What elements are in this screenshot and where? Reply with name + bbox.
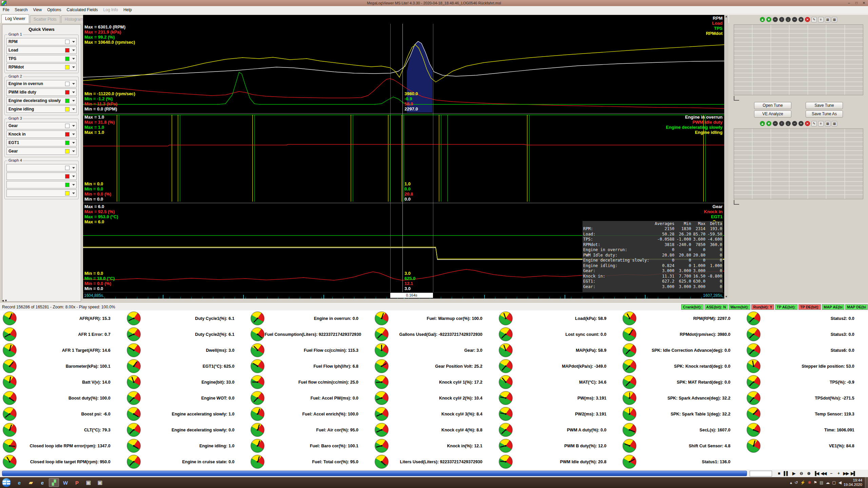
list-icon[interactable]: ≡ [818,17,824,22]
field-select-blank[interactable] [6,189,77,197]
color-swatch[interactable] [65,141,70,145]
color-swatch[interactable] [65,82,70,86]
chevron-down-icon[interactable] [71,47,76,54]
table-2-icon[interactable]: ▦ [832,121,837,126]
scroll-down-icon[interactable]: ▼ [725,295,728,298]
maximize-button[interactable]: □ [853,1,860,5]
taskbar-clock[interactable]: 19:44 19.04.2020 [844,478,862,487]
play-button[interactable]: ▶ [790,470,797,476]
decrement-green-icon[interactable]: ▼ [766,121,771,126]
chevron-down-icon[interactable] [71,131,76,138]
chevron-down-icon[interactable] [71,64,76,70]
menu-search[interactable]: Search [12,7,30,13]
graph-2[interactable]: Max = 1.0Max = 31.8 (%)Max = 1.0Max = 1.… [83,113,724,203]
chevron-down-icon[interactable] [71,38,76,45]
color-swatch[interactable] [65,90,70,95]
color-swatch[interactable] [65,191,70,196]
minus-icon[interactable]: − [773,17,778,22]
menu-calculated-fields[interactable]: Calculated Fields [64,7,101,13]
chevron-down-icon[interactable] [71,122,76,129]
scale-plus-icon[interactable]: + [798,17,804,22]
start-button[interactable] [2,478,11,487]
arrow-down-icon[interactable]: ↓ [786,17,791,22]
stop-button[interactable]: ■ [775,470,782,476]
skip-end-button[interactable]: ▶▌ [850,470,857,476]
chevron-down-icon[interactable] [71,89,76,96]
color-swatch[interactable] [65,40,70,44]
decrement-green-icon[interactable]: ▼ [766,17,771,22]
menu-view[interactable]: View [30,7,44,13]
color-swatch[interactable] [65,48,70,53]
rewind-button[interactable]: ◀◀ [820,470,827,476]
chevron-down-icon[interactable] [71,139,76,146]
arrow-up-icon[interactable]: ↑ [779,121,784,126]
chevron-down-icon[interactable] [71,80,76,87]
field-select-rpm[interactable]: RPM [6,38,77,45]
arrow-down-icon[interactable]: ↓ [786,121,791,126]
step-forward-button[interactable]: + [835,470,842,476]
graph-vertical-scrollbar[interactable]: ▲ ▼ [724,15,728,298]
taskbar-pdf-icon[interactable]: P [72,478,82,487]
save-tune-as-button[interactable]: Save Tune As [806,110,843,118]
taskbar-megalogviewer-icon[interactable]: ▞ [49,478,59,487]
color-swatch[interactable] [65,65,70,69]
tray-network-icon[interactable]: ▢ [832,480,836,485]
arrow-up-icon[interactable]: ↑ [779,17,784,22]
color-swatch[interactable] [65,99,70,103]
color-swatch[interactable] [65,183,70,187]
field-select-blank[interactable] [6,172,77,180]
tray-flag-icon[interactable]: ⚑ [813,480,817,485]
taskbar-word-icon[interactable]: W [60,478,71,487]
skip-start-button[interactable]: ▐◀ [813,470,820,476]
pencil-icon[interactable]: ✎ [811,17,817,22]
tray-volume-icon[interactable]: ◀ [839,480,842,485]
log-position-scrollbar[interactable] [2,471,747,476]
list-icon[interactable]: ≡ [818,121,824,126]
field-select-load[interactable]: Load [6,46,77,54]
show-desktop-button[interactable] [865,477,868,488]
color-swatch[interactable] [65,57,70,61]
close-red-icon[interactable]: ✕ [805,121,810,126]
menu-help[interactable]: Help [121,7,135,13]
chevron-down-icon[interactable] [71,190,76,197]
menu-file[interactable]: File [0,7,12,13]
color-swatch[interactable] [65,149,70,154]
tab-log-viewer[interactable]: Log Viewer [1,14,29,23]
field-select-engine-decelerating-slowly[interactable]: Engine decelerating slowly [6,97,77,104]
color-swatch[interactable] [65,124,70,128]
increment-green-icon[interactable]: ▲ [760,121,765,126]
tab-scatter-plots[interactable]: Scatter Plots [30,15,60,23]
table-icon[interactable]: ▦ [825,17,830,22]
minimize-button[interactable]: – [846,1,852,5]
color-swatch[interactable] [65,166,70,170]
taskbar-folder-icon[interactable]: ▰ [26,478,36,487]
color-swatch[interactable] [65,174,70,179]
graph-1[interactable]: Max = 6301.0 (RPM)Max = 231.9 (kPa)Max =… [83,15,724,113]
title-bar[interactable]: MegaLogViewer MS Lite! 4.3.30 - 2020-04-… [0,0,868,6]
scale-plus-icon[interactable]: + [798,121,804,126]
chevron-down-icon[interactable] [71,173,76,180]
menu-log-info[interactable]: Log Info [101,7,121,13]
save-tune-button[interactable]: Save Tune [806,102,843,109]
field-select-pwm-idle-duty[interactable]: PWM Idle duty [6,88,77,96]
taskbar-ie-icon[interactable]: e [14,478,24,487]
pause-button[interactable]: ▌▌ [783,470,790,476]
table-icon[interactable]: ▦ [825,121,830,126]
taskbar-app-icon-1[interactable]: ▣ [83,478,94,487]
splitter-arrows-icon[interactable]: ◄▼ [1,299,7,302]
tune-table-1[interactable] [734,24,863,95]
taskbar-browser-icon[interactable]: e [37,478,47,487]
minus-icon[interactable]: − [773,121,778,126]
field-select-rpmdot[interactable]: RPMdot [6,63,77,71]
table-2-icon[interactable]: ▦ [832,17,837,22]
zoom-out-button[interactable]: ⊖ [798,470,805,476]
ve-analyze-button[interactable]: VE Analyze [754,110,791,118]
chevron-down-icon[interactable] [71,97,76,104]
scale-minus-icon[interactable]: − [792,17,797,22]
chevron-down-icon[interactable] [71,148,76,155]
open-tune-button[interactable]: Open Tune [754,102,791,109]
field-select-engine-idling[interactable]: Engine idling [6,105,77,113]
taskbar-app-icon-2[interactable]: ▣ [95,478,105,487]
graph-2-plot[interactable] [83,114,724,203]
graph-area[interactable]: Max = 6301.0 (RPM)Max = 231.9 (kPa)Max =… [83,15,724,298]
